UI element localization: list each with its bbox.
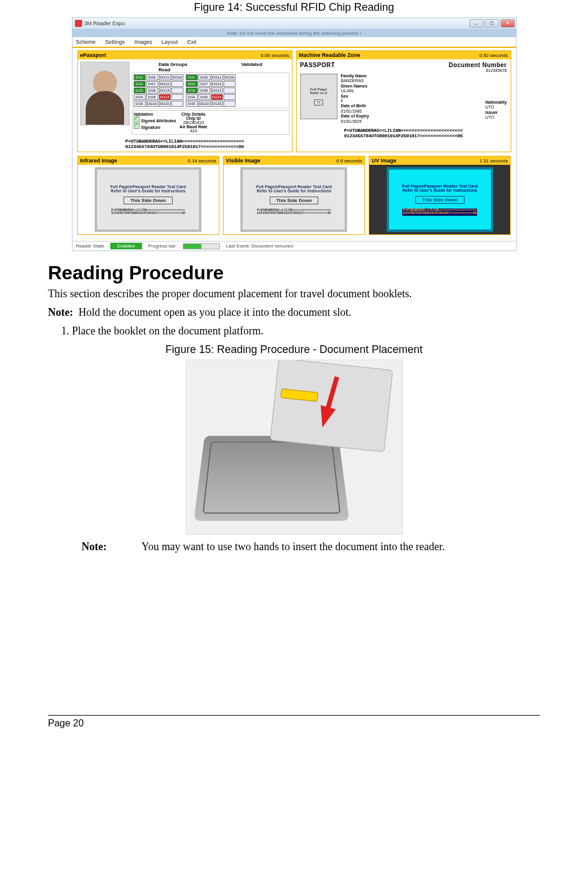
minimize-button[interactable]: –	[469, 19, 484, 28]
progress-bar	[183, 243, 220, 249]
menu-exit[interactable]: Exit	[188, 39, 197, 45]
app-icon	[75, 20, 82, 27]
intro-paragraph: This section describes the proper docume…	[48, 288, 540, 300]
figure-15-caption: Figure 15: Reading Procedure - Document …	[48, 343, 540, 356]
passport-photo	[80, 62, 129, 125]
doc-type: PASSPORT	[300, 62, 335, 73]
mrz-lines: P<UTOBANDERAS<<LILIAN<<<<<<<<<<<<<<<<<<<…	[78, 137, 292, 152]
page-number: Page 20	[48, 718, 84, 728]
doc-number: Document Number012345678	[449, 62, 507, 73]
chip-details-block: Chip Details Chip ID2BC9D410 Air Baud Ra…	[180, 112, 207, 133]
field-column-1: Family NameBANDERAS Given NamesLILIAN Se…	[341, 74, 369, 124]
dg-validated-header: Validated	[241, 62, 262, 73]
menubar: Scheme Settings Images Layout Exit	[73, 37, 516, 48]
panel-infrared: Infrared Image0.14 seconds Full Page/ePa…	[77, 156, 219, 235]
panel-title: ePassport	[80, 52, 107, 58]
mrz-card-thumb: Full Page/ Refer to U TI	[300, 74, 337, 119]
validation-block: Validation Signed Attributes Signature	[134, 112, 176, 133]
last-event: Last Event: Document removed	[226, 243, 293, 249]
reader-window: 3M Reader Expo – ▢ ✕ Note: Do not move t…	[72, 17, 517, 251]
page-footer: Page 20	[48, 715, 540, 729]
menu-images[interactable]: Images	[134, 39, 152, 45]
panel-time: 0.92 seconds	[480, 53, 508, 58]
statusbar: Reader State Enabled Progress bar: Last …	[73, 241, 516, 251]
reader-state-value: Enabled	[110, 243, 142, 249]
panel-time: 0.06 seconds	[261, 53, 290, 58]
menu-settings[interactable]: Settings	[105, 39, 125, 45]
mrz-lines: P<UTOBANDERAS<<LILIAN<<<<<<<<<<<<<<<<<<<…	[297, 126, 511, 141]
panel-epassport: ePassport0.06 seconds Data GroupsReadVal…	[77, 50, 293, 152]
menu-layout[interactable]: Layout	[162, 39, 178, 45]
titlebar: 3M Reader Expo – ▢ ✕	[73, 18, 516, 29]
ir-card: Full Page/ePassport Reader Test CardRefe…	[95, 167, 201, 232]
step-list: Place the booklet on the document platfo…	[72, 325, 540, 337]
dg-read-header: Data GroupsRead	[158, 62, 187, 73]
figure-15-image	[186, 360, 403, 535]
maximize-button[interactable]: ▢	[485, 19, 499, 28]
note-1: Note: Hold the document open as you plac…	[48, 306, 540, 319]
document-booklet	[270, 360, 393, 452]
panel-mrz: Machine Readable Zone0.92 seconds PASSPO…	[296, 50, 511, 152]
menu-scheme[interactable]: Scheme	[76, 39, 96, 45]
note-2: Note: You may want to use two hands to i…	[82, 541, 540, 553]
reader-tray	[194, 436, 349, 521]
uv-card: Full Page/ePassport Reader Test CardRefe…	[387, 167, 493, 232]
section-heading: Reading Procedure	[48, 262, 540, 284]
field-column-2: NationalityUTO IssuerUTO	[486, 74, 507, 124]
panel-title: Machine Readable Zone	[299, 52, 361, 58]
step-1: Place the booklet on the document platfo…	[72, 325, 540, 337]
window-title: 3M Reader Expo	[85, 20, 125, 26]
datagroup-grid: DG1DG6DG11DG16 DG2DG7DG12 DG3DG8DG13 DG4…	[132, 73, 290, 108]
figure-14-caption: Figure 14: Successful RFID Chip Reading	[48, 1, 540, 14]
close-button[interactable]: ✕	[500, 19, 515, 28]
info-bar: Note: Do not move the document during th…	[73, 29, 516, 37]
vis-card: Full Page/ePassport Reader Test CardRefe…	[240, 167, 347, 232]
panel-visible: Visible Image0.9 seconds Full Page/ePass…	[223, 156, 365, 235]
panel-uv: UV Image1.31 seconds Full Page/ePassport…	[369, 156, 511, 235]
